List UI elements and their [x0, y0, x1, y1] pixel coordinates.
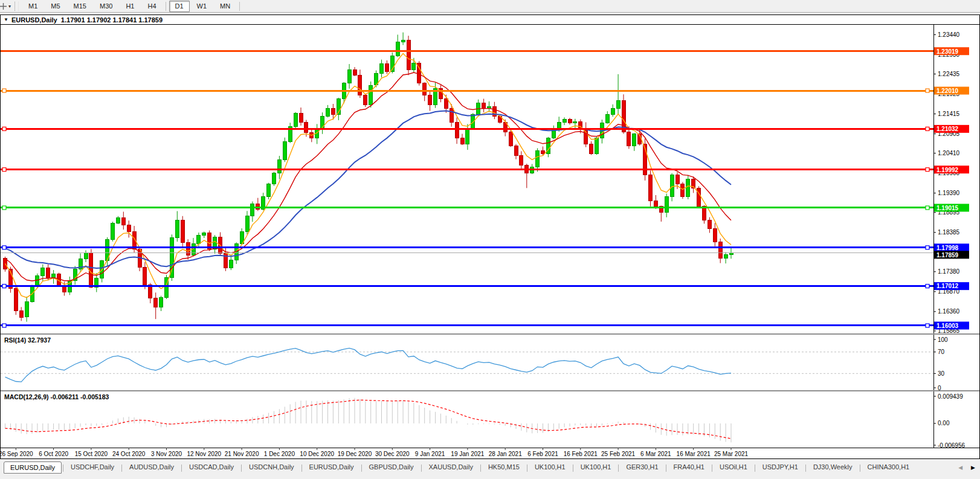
chart-tab-14[interactable]: USDJPY,H1: [756, 462, 804, 472]
chart-tab-2[interactable]: AUDUSD,Daily: [123, 462, 180, 472]
chart-tab-11[interactable]: GER30,H1: [620, 462, 664, 472]
tab-separator: [805, 465, 806, 472]
price-chart[interactable]: 1.234401.229301.224351.219251.214151.209…: [1, 25, 979, 458]
timeframe-button-M5[interactable]: M5: [45, 1, 66, 12]
tab-separator: [361, 465, 362, 472]
rsi-tick-label: 0: [938, 385, 941, 391]
level-price-badge-label: 1.16003: [936, 323, 959, 329]
date-label[interactable]: 1 Dec 2020: [264, 451, 295, 457]
tab-separator: [181, 465, 182, 472]
hline-handle[interactable]: [926, 246, 929, 249]
timeframe-button-H4[interactable]: H4: [141, 1, 162, 12]
timeframe-toolbar: M1M5M15M30H1H4D1W1MN: [22, 1, 242, 12]
date-label[interactable]: 9 Jan 2021: [415, 451, 445, 457]
tab-separator: [63, 465, 63, 472]
tab-separator: [527, 465, 527, 472]
chart-tab-13[interactable]: USOil,H1: [714, 462, 753, 472]
hline-handle[interactable]: [926, 127, 929, 130]
tab-separator: [241, 465, 242, 472]
date-label[interactable]: 16 Feb 2021: [564, 451, 598, 457]
toolbar-separator: [239, 2, 240, 11]
chart-tab-16[interactable]: CHINA300,H1: [862, 462, 916, 472]
hline-handle[interactable]: [2, 127, 6, 130]
hline-handle[interactable]: [2, 324, 6, 327]
timeframe-button-M1[interactable]: M1: [22, 1, 44, 12]
rsi-tick-label: 70: [938, 349, 945, 355]
date-label[interactable]: 6 Mar 2021: [640, 451, 671, 457]
macd-tick-label: -0.006956: [938, 442, 965, 449]
crosshair-tool-icon[interactable]: [0, 1, 8, 11]
tab-separator: [480, 465, 481, 472]
date-label[interactable]: 6 Feb 2021: [527, 451, 558, 457]
level-price-badge-label: 1.17998: [936, 245, 959, 251]
tabs-scroll-left-icon[interactable]: ◀: [958, 465, 962, 471]
hline-handle[interactable]: [926, 89, 929, 92]
date-label[interactable]: 3 Nov 2020: [151, 451, 182, 457]
hline-handle[interactable]: [926, 168, 929, 172]
chart-tab-1[interactable]: USDCHF,Daily: [65, 462, 120, 472]
hline-handle[interactable]: [2, 89, 6, 92]
macd-tick-label: 0.00: [938, 420, 950, 426]
date-label[interactable]: 19 Jan 2021: [451, 451, 484, 457]
hline-handle[interactable]: [2, 206, 6, 210]
timeframe-button-D1[interactable]: D1: [169, 1, 190, 12]
hline-handle[interactable]: [2, 168, 6, 172]
date-label[interactable]: 25 Feb 2021: [601, 451, 636, 457]
tab-separator: [712, 465, 712, 472]
panel-separator[interactable]: [1, 333, 979, 335]
toolbar-grip[interactable]: [15, 2, 19, 11]
current-price-badge-label: 1.17859: [936, 252, 959, 259]
hline-handle[interactable]: [2, 246, 6, 249]
hline-handle[interactable]: [2, 285, 6, 288]
tab-separator: [666, 465, 666, 472]
level-price-badge-label: 1.19015: [936, 205, 959, 211]
chart-tab-0[interactable]: EURUSD,Daily: [4, 461, 62, 474]
hline-handle[interactable]: [926, 324, 929, 327]
panel-separator[interactable]: [1, 390, 979, 391]
chart-tab-9[interactable]: UK100,H1: [529, 462, 572, 472]
timeframe-button-MN[interactable]: MN: [214, 1, 236, 12]
symbol-dropdown-icon[interactable]: ▼: [4, 17, 8, 22]
chart-tab-5[interactable]: EURUSD,Daily: [303, 462, 360, 472]
chart-tab-15[interactable]: DJ30,Weekly: [807, 462, 859, 472]
date-label[interactable]: 24 Oct 2020: [112, 451, 146, 457]
chart-tab-6[interactable]: GBPUSD,Daily: [363, 462, 420, 472]
chart-tab-4[interactable]: USDCNH,Daily: [243, 462, 300, 472]
tab-separator: [301, 465, 302, 472]
tab-separator: [121, 465, 122, 472]
date-label[interactable]: 19 Dec 2020: [338, 451, 372, 457]
date-label[interactable]: 28 Jan 2021: [489, 451, 522, 457]
date-label[interactable]: 25 Mar 2021: [714, 451, 749, 457]
chart-tab-7[interactable]: XAUUSD,Daily: [423, 462, 479, 472]
tabs-scroll-right-icon[interactable]: ▶: [971, 465, 975, 471]
hline-handle[interactable]: [926, 206, 929, 210]
rsi-tick-label: 100: [938, 336, 948, 343]
hline-handle[interactable]: [926, 285, 929, 288]
macd-tick-label: 0.009439: [938, 393, 963, 400]
tab-separator: [860, 465, 860, 472]
chart-tab-12[interactable]: FRA40,H1: [668, 462, 711, 472]
date-label[interactable]: 10 Dec 2020: [300, 451, 334, 457]
timeframe-button-M15[interactable]: M15: [68, 1, 92, 12]
date-label[interactable]: 16 Mar 2021: [677, 451, 711, 457]
timeframe-button-H1[interactable]: H1: [120, 1, 140, 12]
date-label[interactable]: 15 Oct 2020: [75, 451, 108, 457]
date-label[interactable]: 21 Nov 2020: [225, 451, 259, 457]
level-price-badge-label: 1.17012: [936, 283, 959, 289]
rsi-tick-label: 30: [938, 370, 945, 377]
date-label[interactable]: 6 Oct 2020: [39, 451, 68, 457]
chart-tab-10[interactable]: UK100,H1: [575, 462, 617, 472]
date-label[interactable]: 30 Dec 2020: [375, 451, 410, 457]
toolbar-dropdown-icon[interactable]: ▾: [8, 4, 11, 9]
chart-tab-8[interactable]: HK50,M15: [482, 462, 526, 472]
tab-separator: [618, 465, 619, 472]
chart-tab-3[interactable]: USDCAD,Daily: [183, 462, 240, 472]
date-label[interactable]: 12 Nov 2020: [187, 451, 221, 457]
timeframe-button-M30[interactable]: M30: [94, 1, 118, 12]
date-label[interactable]: 26 Sep 2020: [1, 451, 33, 457]
price-tick-label: 1.16360: [938, 308, 960, 315]
level-price-badge-label: 1.22010: [936, 88, 959, 94]
chart-ohlc-readout: 1.17901 1.17902 1.17841 1.17859: [61, 16, 163, 24]
level-price-badge-label: 1.19992: [936, 167, 959, 173]
timeframe-button-W1[interactable]: W1: [191, 1, 213, 12]
